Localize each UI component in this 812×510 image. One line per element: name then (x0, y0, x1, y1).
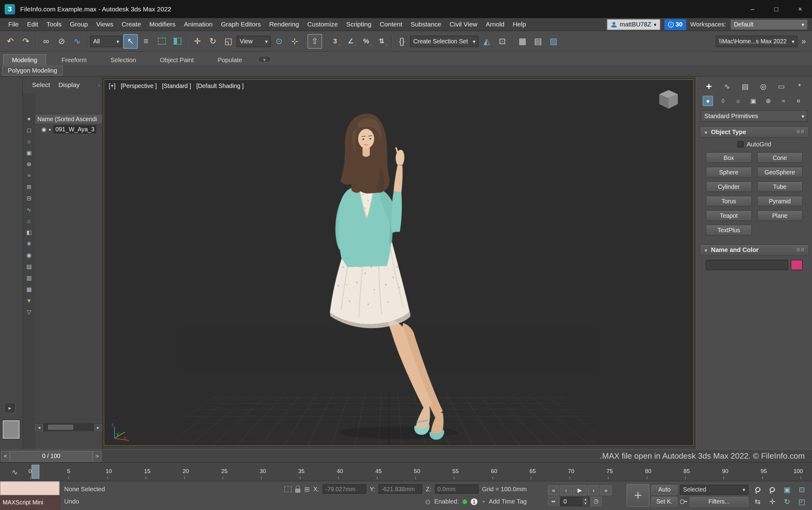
use-pivot-point-button[interactable]: ⊙ (272, 34, 286, 48)
filter-selection-icon[interactable]: ▽ (24, 307, 33, 317)
x-coord-field[interactable]: -79.027mm (323, 484, 366, 494)
object-type-button[interactable]: Cone (757, 152, 803, 163)
edit-named-selection-sets-button[interactable]: {} (395, 34, 409, 48)
schematic-view-button[interactable]: ▤ (531, 34, 545, 48)
angle-snap-button[interactable]: ∠ (343, 34, 358, 48)
scrollbar-track[interactable] (43, 424, 94, 431)
object-type-button[interactable]: Cylinder (706, 181, 752, 192)
scrollbar-thumb[interactable] (48, 425, 73, 429)
display-tab-icon[interactable]: ▭ (775, 80, 788, 93)
ribbon-tab-object-paint[interactable]: Object Paint (152, 55, 202, 65)
object-type-button[interactable]: Plane (757, 210, 803, 221)
mini-curve-editor-button[interactable]: ∿ (0, 462, 30, 481)
object-color-swatch[interactable] (791, 260, 803, 270)
display-materials-icon[interactable]: ◧ (24, 228, 33, 237)
maxscript-mini-listener[interactable]: MAXScript Mini (0, 481, 60, 510)
menubar-item[interactable]: Content (376, 21, 407, 28)
redo-button[interactable]: ↷ (19, 34, 33, 48)
explorer-column-header[interactable]: Name (Sorted Ascendi (35, 114, 102, 124)
time-slider-handle[interactable]: < 0 / 100 > (1, 451, 101, 461)
lights-category-icon[interactable]: ☼ (733, 96, 743, 106)
menubar-item[interactable]: Customize (303, 21, 342, 28)
current-frame-input[interactable]: 0 ▲▼ (560, 497, 589, 506)
key-set-dropdown[interactable]: Selected (680, 485, 748, 494)
unlink-selection-button[interactable]: ⊘ (55, 34, 69, 48)
previous-frame-arrow[interactable]: < (1, 451, 10, 461)
display-frozen-icon[interactable]: ❄ (24, 239, 33, 248)
ribbon-tab-populate[interactable]: Populate (209, 55, 251, 65)
autogrid-checkbox[interactable] (737, 141, 743, 147)
menubar-item[interactable]: Substance (406, 21, 445, 28)
menubar-item[interactable]: Arnold (482, 21, 509, 28)
trial-days-badge[interactable]: 30 (664, 19, 686, 30)
object-type-button[interactable]: Tube (757, 181, 803, 192)
menubar-item[interactable]: Help (509, 21, 530, 28)
play-button[interactable]: ▶ (573, 485, 587, 495)
maximize-viewport-icon[interactable]: ◰ (795, 496, 809, 507)
object-type-button[interactable]: Teapot (706, 210, 752, 221)
z-coord-field[interactable]: 0.0mm (435, 484, 478, 494)
add-time-tag-button[interactable]: Add Time Tag (489, 498, 527, 505)
zoom-region-icon[interactable]: ⊡ (795, 484, 809, 495)
cameras-category-icon[interactable]: ▣ (748, 96, 758, 106)
geometry-category-icon[interactable]: ● (703, 96, 713, 106)
viewport-shading-menu[interactable]: [Default Shading ] (196, 83, 244, 89)
display-geometry-icon[interactable]: ● (24, 114, 33, 123)
object-type-button[interactable]: Sphere (706, 167, 752, 178)
go-to-start-button[interactable]: « (548, 485, 559, 495)
name-color-rollout-header[interactable]: Name and Color (700, 244, 809, 256)
ribbon-overflow-button[interactable] (258, 56, 271, 63)
align-button[interactable]: ⊡ (495, 34, 510, 48)
display-lights-icon[interactable]: ☼ (24, 137, 33, 146)
select-by-name-button[interactable]: ≡ (139, 34, 153, 48)
polygon-modeling-panel-tab[interactable]: Polygon Modeling (2, 66, 63, 76)
frame-nudge-button[interactable]: ◂▸ (548, 497, 559, 506)
scroll-left-icon[interactable]: ◂ (35, 424, 43, 431)
object-type-button[interactable]: Pyramid (757, 196, 803, 206)
display-helpers-icon[interactable]: ⊕ (24, 159, 33, 169)
menubar-item[interactable]: Views (92, 21, 118, 28)
selection-filter-dropdown[interactable]: All (90, 35, 122, 47)
zoom-extents-icon[interactable]: ▣ (780, 484, 794, 495)
scroll-right-icon[interactable]: ▸ (94, 424, 102, 431)
account-dropdown[interactable]: mattBU78Z (607, 19, 660, 30)
zoom-all-icon[interactable]: Q (765, 484, 779, 495)
close-button[interactable]: × (788, 0, 812, 18)
display-groups-icon[interactable]: ⊞ (24, 182, 33, 191)
menubar-item[interactable]: Rendering (265, 21, 303, 28)
object-name-input[interactable] (706, 260, 788, 270)
select-and-manipulate-button[interactable]: ⊹ (288, 34, 302, 48)
mirror-button[interactable]: ◭ (480, 34, 494, 48)
frame-spinner[interactable]: ▲▼ (583, 497, 588, 505)
toolbar-overflow-button[interactable]: » (799, 34, 809, 48)
object-type-button[interactable]: Box (706, 152, 752, 163)
object-name-label[interactable]: 091_W_Aya_3 (53, 125, 96, 133)
orbit-icon[interactable]: ↻ (780, 496, 794, 507)
select-object-button[interactable]: ↖ (123, 34, 138, 48)
reference-coordinate-dropdown[interactable]: View (237, 35, 271, 47)
bind-to-space-warp-button[interactable]: ∿ (70, 34, 84, 48)
viewcube[interactable] (656, 88, 681, 111)
spacewarps-category-icon[interactable]: ≈ (778, 96, 789, 106)
object-type-button[interactable]: TextPlus (706, 224, 752, 235)
menubar-item[interactable]: Graph Editors (217, 21, 265, 28)
ribbon-tab-selection[interactable]: Selection (102, 55, 144, 65)
explorer-row[interactable]: ◉ ● 091_W_Aya_3 (35, 124, 102, 135)
object-type-rollout-header[interactable]: Object Type (700, 126, 809, 138)
menubar-item[interactable]: Create (118, 21, 145, 28)
previous-frame-button[interactable]: ‹ (560, 485, 572, 495)
ribbon-tab-modeling[interactable]: Modeling (3, 55, 46, 65)
snap-toggle-3d-button[interactable]: 3 (328, 34, 342, 48)
set-key-button[interactable]: Set K. (651, 497, 677, 507)
go-to-end-button[interactable]: » (600, 485, 612, 495)
viewport-layout-tab[interactable] (2, 420, 20, 439)
create-tab-icon[interactable]: + (703, 80, 715, 93)
explorer-menu-display[interactable]: Display (58, 81, 80, 89)
keyboard-shortcut-override-button[interactable]: ⇧ (308, 34, 322, 48)
auto-key-button[interactable]: Auto (651, 485, 677, 494)
key-mode-toggle-button[interactable]: ◷ (590, 497, 602, 506)
filter-combination-icon[interactable]: ▼ (24, 296, 33, 305)
undo-button[interactable]: ↶ (3, 34, 18, 48)
viewport-pov-menu[interactable]: [Perspective ] (121, 83, 157, 89)
display-hidden-icon[interactable]: ◉ (24, 250, 33, 260)
